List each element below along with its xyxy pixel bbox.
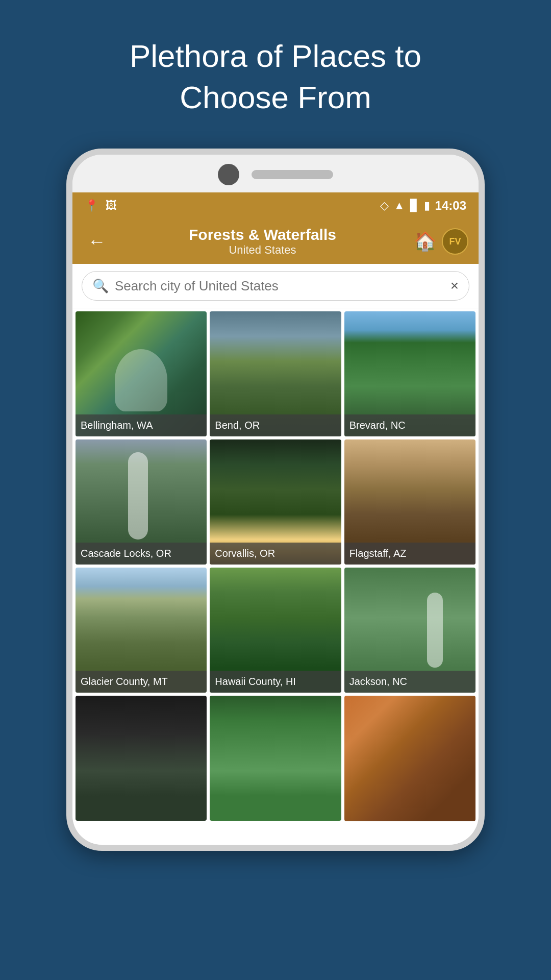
header-title: Forests & Waterfalls (189, 226, 336, 243)
status-time: 14:03 (435, 199, 466, 213)
city-label: Jackson, NC (344, 671, 475, 693)
signal-bars-icon: ▊ (410, 199, 419, 212)
fv-badge-button[interactable]: FV (442, 228, 468, 255)
list-item[interactable]: Glacier County, MT (76, 568, 207, 693)
back-button[interactable]: ← (83, 231, 111, 252)
search-icon: 🔍 (92, 278, 109, 294)
header-title-block: Forests & Waterfalls United States (118, 226, 407, 257)
phone-mockup: 📍 🖼 ◇ ▲ ▊ ▮ 14:03 ← Forests & Waterfalls… (66, 149, 485, 850)
list-item[interactable]: Bend, OR (210, 311, 341, 436)
list-item[interactable]: Jackson, NC (344, 568, 475, 693)
app-header: ← Forests & Waterfalls United States 🏠 F… (72, 219, 479, 264)
city-label: Flagstaff, AZ (344, 543, 475, 565)
status-right-icons: ◇ ▲ ▊ ▮ 14:03 (380, 199, 466, 213)
status-bar: 📍 🖼 ◇ ▲ ▊ ▮ 14:03 (72, 192, 479, 219)
list-item[interactable] (210, 696, 341, 821)
fv-badge-label: FV (449, 236, 461, 247)
list-item[interactable]: Brevard, NC (344, 311, 475, 436)
search-box: 🔍 × (82, 271, 469, 301)
page-title: Plethora of Places to Choose From (89, 36, 462, 118)
clear-icon[interactable]: × (450, 278, 459, 294)
header-subtitle: United States (229, 243, 296, 257)
location-pin-icon: 📍 (85, 199, 98, 212)
battery-icon: ▮ (424, 199, 430, 212)
phone-top-bar (72, 155, 479, 192)
city-grid: Bellingham, WABend, ORBrevard, NCCascade… (72, 308, 479, 824)
list-item[interactable]: Hawaii County, HI (210, 568, 341, 693)
phone-bottom (72, 824, 479, 845)
phone-speaker (252, 170, 333, 179)
phone-camera (218, 164, 239, 185)
city-label: Hawaii County, HI (210, 671, 341, 693)
list-item[interactable]: Corvallis, OR (210, 439, 341, 565)
home-button[interactable]: 🏠 (414, 231, 437, 252)
city-label: Glacier County, MT (76, 671, 207, 693)
image-icon: 🖼 (106, 199, 117, 212)
list-item[interactable] (76, 696, 207, 821)
city-label: Brevard, NC (344, 414, 475, 436)
search-container: 🔍 × (72, 264, 479, 308)
list-item[interactable]: Bellingham, WA (76, 311, 207, 436)
list-item[interactable] (344, 696, 475, 821)
search-input[interactable] (115, 278, 444, 294)
city-label: Cascade Locks, OR (76, 543, 207, 565)
city-label: Corvallis, OR (210, 543, 341, 565)
city-label: Bend, OR (210, 414, 341, 436)
header-icons: 🏠 FV (414, 228, 468, 255)
list-item[interactable]: Flagstaff, AZ (344, 439, 475, 565)
status-left-icons: 📍 🖼 (85, 199, 117, 212)
list-item[interactable]: Cascade Locks, OR (76, 439, 207, 565)
signal-icon: ▲ (394, 199, 405, 212)
wifi-icon: ◇ (380, 199, 389, 212)
city-label: Bellingham, WA (76, 414, 207, 436)
